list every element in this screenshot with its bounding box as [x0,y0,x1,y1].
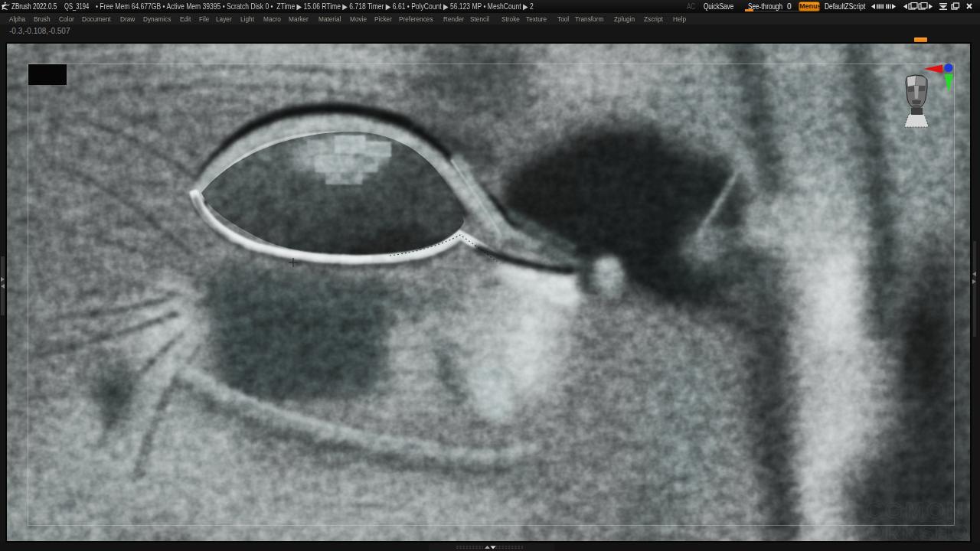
svg-text:WORKSHOP: WORKSHOP [845,520,970,541]
svg-text:CGMON: CGMON [866,497,965,523]
